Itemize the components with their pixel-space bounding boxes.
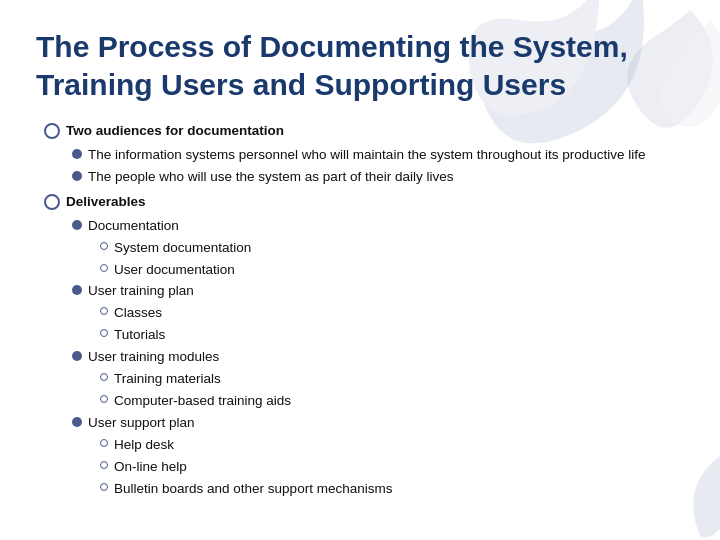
plan-sub2: Tutorials	[100, 325, 684, 346]
support-sub2: On-line help	[100, 457, 684, 478]
deliverable-documentation: Documentation	[72, 216, 684, 237]
doc-sub1: System documentation	[100, 238, 684, 259]
bullet-l3-modules-1	[100, 373, 108, 381]
bullet-l2-support	[72, 417, 82, 427]
bullet-l3-support-3	[100, 483, 108, 491]
bullet-l2-s1-2	[72, 171, 82, 181]
bullet-l2-s1-1	[72, 149, 82, 159]
bullet-l2-doc	[72, 220, 82, 230]
bullet-l3-plan-2	[100, 329, 108, 337]
bullet-l3-modules-2	[100, 395, 108, 403]
deliverable-training-modules: User training modules	[72, 347, 684, 368]
bullet-l2-plan	[72, 285, 82, 295]
section1-item1: The information systems personnel who wi…	[72, 145, 684, 166]
plan-sub1: Classes	[100, 303, 684, 324]
page-title: The Process of Documenting the System, T…	[36, 28, 684, 103]
doc-sub2: User documentation	[100, 260, 684, 281]
main-content: Two audiences for documentation The info…	[36, 121, 684, 500]
bullet-l3-support-1	[100, 439, 108, 447]
bullet-l3-doc-1	[100, 242, 108, 250]
modules-sub2: Computer-based training aids	[100, 391, 684, 412]
deliverable-support-plan: User support plan	[72, 413, 684, 434]
support-sub3: Bulletin boards and other support mechan…	[100, 479, 684, 500]
bullet-l1-s1	[44, 123, 60, 139]
section2-heading: Deliverables	[44, 192, 684, 213]
deliverable-training-plan: User training plan	[72, 281, 684, 302]
modules-sub1: Training materials	[100, 369, 684, 390]
bullet-l3-plan-1	[100, 307, 108, 315]
bullet-l3-support-2	[100, 461, 108, 469]
support-sub1: Help desk	[100, 435, 684, 456]
bullet-l1-s2	[44, 194, 60, 210]
bullet-l3-doc-2	[100, 264, 108, 272]
bullet-l2-modules	[72, 351, 82, 361]
section1-heading: Two audiences for documentation	[44, 121, 684, 142]
section1-item2: The people who will use the system as pa…	[72, 167, 684, 188]
